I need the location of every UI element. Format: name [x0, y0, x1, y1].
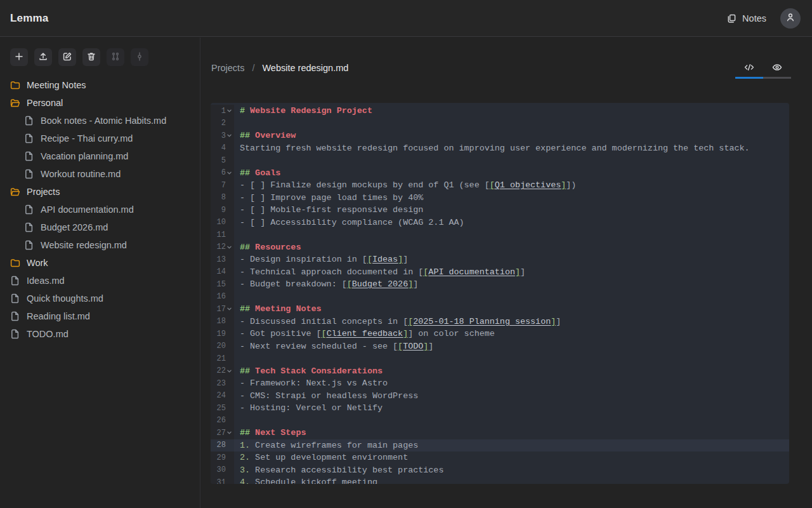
fold-chevron-icon[interactable]	[226, 244, 233, 250]
file-icon	[24, 204, 34, 215]
editor-line-13[interactable]: 13- Design inspiration in [[Ideas]]	[211, 253, 789, 266]
gutter-line-number[interactable]: 22	[211, 365, 234, 378]
editor-line-11[interactable]: 11	[211, 229, 789, 241]
folder-icon	[10, 80, 20, 90]
tree-file-api-documentation[interactable]: API documentation.md	[0, 201, 199, 218]
tree-file-budget-2026[interactable]: Budget 2026.md	[0, 218, 199, 236]
editor-line-12[interactable]: 12## Resources	[211, 241, 789, 254]
editor-line-27[interactable]: 27## Next Steps	[211, 427, 789, 439]
code-content: - Design inspiration in [[Ideas]]	[234, 253, 789, 266]
gutter-line-number[interactable]: 12	[211, 241, 234, 254]
tree-file-recipe-thai-curry[interactable]: Recipe - Thai curry.md	[0, 130, 199, 147]
editor-line-24[interactable]: 24- CMS: Strapi or headless WordPress	[211, 390, 789, 403]
editor-line-23[interactable]: 23- Framework: Next.js vs Astro	[211, 377, 789, 390]
tab-preview[interactable]	[763, 60, 791, 77]
breadcrumb-file: Website redesign.md	[262, 63, 348, 73]
line-number: 4	[221, 144, 226, 152]
tree-folder-projects[interactable]: Projects	[0, 183, 199, 201]
line-number: 15	[217, 280, 226, 289]
tree-folder-work[interactable]: Work	[0, 254, 199, 272]
editor-line-14[interactable]: 14- Technical approach documented in [[A…	[211, 266, 789, 279]
editor-line-7[interactable]: 7- [ ] Finalize design mockups by end of…	[211, 179, 789, 192]
fold-chevron-icon[interactable]	[226, 430, 233, 436]
editor-line-3[interactable]: 3## Overview	[211, 130, 789, 142]
editor-line-20[interactable]: 20- Next review scheduled - see [[TODO]]	[211, 340, 789, 353]
line-number: 3	[221, 131, 226, 140]
gutter-line-number[interactable]: 27	[211, 427, 234, 439]
editor-line-22[interactable]: 22## Tech Stack Considerations	[211, 365, 789, 378]
code-content: # Website Redesign Project	[234, 105, 789, 117]
gutter-line-number: 11	[211, 229, 234, 241]
editor-line-6[interactable]: 6## Goals	[211, 167, 789, 180]
fold-chevron-icon[interactable]	[226, 368, 233, 374]
tree-file-vacation-planning[interactable]: Vacation planning.md	[0, 147, 199, 165]
tree-file-ideas[interactable]: Ideas.md	[0, 272, 199, 290]
line-number: 16	[217, 292, 226, 301]
editor-line-2[interactable]: 2	[211, 117, 789, 130]
tree-file-workout-routine[interactable]: Workout routine.md	[0, 165, 199, 183]
editor-line-5[interactable]: 5	[211, 154, 789, 167]
editor-line-4[interactable]: 4Starting fresh website redesign focused…	[211, 142, 789, 155]
gutter-line-number: 31	[211, 476, 234, 484]
tree-label: Book notes - Atomic Habits.md	[41, 116, 166, 126]
editor-line-25[interactable]: 25- Hosting: Vercel or Netlify	[211, 402, 789, 415]
breadcrumb-folder[interactable]: Projects	[211, 63, 244, 73]
editor-line-30[interactable]: 303. Research accessibility best practic…	[211, 464, 789, 477]
tree-file-website-redesign[interactable]: Website redesign.md	[0, 236, 199, 254]
markdown-editor[interactable]: 1# Website Redesign Project23## Overview…	[211, 103, 789, 484]
file-icon	[24, 151, 34, 161]
tree-folder-personal[interactable]: Personal	[0, 94, 199, 112]
tree-file-book-notes-atomic-habits[interactable]: Book notes - Atomic Habits.md	[0, 112, 199, 130]
line-number: 8	[221, 193, 226, 202]
editor-line-21[interactable]: 21	[211, 352, 789, 365]
editor-line-31[interactable]: 314. Schedule kickoff meeting	[211, 476, 789, 484]
tree-folder-meeting-notes[interactable]: Meeting Notes	[0, 76, 199, 94]
tree-file-reading-list[interactable]: Reading list.md	[0, 307, 199, 325]
tree-file-todo[interactable]: TODO.md	[0, 325, 199, 343]
file-tree: Meeting NotesPersonalBook notes - Atomic…	[0, 76, 199, 343]
line-number: 7	[221, 181, 226, 190]
fold-chevron-icon[interactable]	[226, 306, 233, 312]
fold-chevron-icon[interactable]	[226, 133, 233, 138]
gutter-line-number[interactable]: 1	[211, 105, 234, 117]
code-content: - [ ] Mobile-first responsive design	[234, 204, 789, 217]
editor-line-18[interactable]: 18- Discussed initial concepts in [[2025…	[211, 316, 789, 328]
tree-file-quick-thoughts[interactable]: Quick thoughts.md	[0, 290, 199, 307]
editor-line-15[interactable]: 15- Budget breakdown: [[Budget 2026]]	[211, 278, 789, 291]
gutter-line-number: 10	[211, 217, 234, 229]
gutter-line-number[interactable]: 3	[211, 130, 234, 142]
gutter-line-number: 19	[211, 328, 234, 340]
upload-button[interactable]	[34, 48, 52, 66]
code-content: - [ ] Improve page load times by 40%	[234, 192, 789, 204]
tree-label: Ideas.md	[27, 276, 65, 286]
tab-code-view[interactable]	[735, 60, 763, 77]
editor-line-10[interactable]: 10- [ ] Accessibility compliance (WCAG 2…	[211, 217, 789, 229]
editor-line-26[interactable]: 26	[211, 415, 789, 427]
editor-line-16[interactable]: 16	[211, 291, 789, 304]
code-content: - Discussed initial concepts in [[2025-0…	[234, 316, 789, 328]
fold-chevron-icon[interactable]	[226, 170, 233, 176]
editor-line-28[interactable]: 281. Create wireframes for main pages	[211, 439, 789, 452]
file-icon	[10, 293, 20, 304]
code-content: - Next review scheduled - see [[TODO]]	[234, 340, 789, 353]
editor-line-9[interactable]: 9- [ ] Mobile-first responsive design	[211, 204, 789, 217]
gutter-line-number[interactable]: 6	[211, 167, 234, 180]
code-content: - Hosting: Vercel or Netlify	[234, 402, 789, 415]
delete-button[interactable]	[82, 48, 100, 66]
editor-line-19[interactable]: 19- Got positive [[Client feedback]] on …	[211, 328, 789, 340]
new-note-button[interactable]	[10, 48, 28, 66]
gutter-line-number: 25	[211, 402, 234, 415]
editor-line-17[interactable]: 17## Meeting Notes	[211, 303, 789, 316]
notes-nav-button[interactable]: Notes	[726, 13, 766, 23]
user-avatar-button[interactable]	[780, 8, 801, 29]
line-number: 5	[221, 156, 226, 165]
editor-line-1[interactable]: 1# Website Redesign Project	[211, 105, 789, 117]
editor-line-8[interactable]: 8- [ ] Improve page load times by 40%	[211, 192, 789, 204]
code-content: - CMS: Strapi or headless WordPress	[234, 390, 789, 403]
code-content: - [ ] Finalize design mockups by end of …	[234, 179, 789, 192]
fold-chevron-icon[interactable]	[226, 108, 233, 114]
edit-button[interactable]	[58, 48, 76, 66]
gutter-line-number[interactable]: 17	[211, 303, 234, 316]
editor-line-29[interactable]: 292. Set up development environment	[211, 451, 789, 464]
tree-label: Vacation planning.md	[41, 151, 128, 161]
